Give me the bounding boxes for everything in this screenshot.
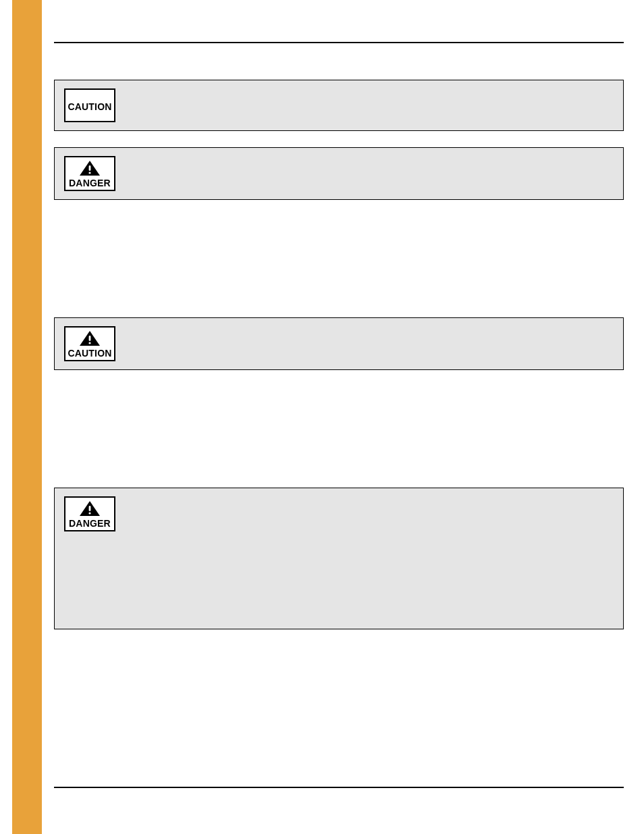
- svg-point-2: [88, 342, 90, 344]
- danger-label-text-1: DANGER: [69, 178, 111, 188]
- danger-icon-frame-2: DANGER: [64, 496, 115, 531]
- svg-rect-3: [89, 336, 91, 341]
- caution-icon-frame: CAUTION: [64, 326, 115, 361]
- warning-stack: CAUTION DANGER: [42, 80, 624, 646]
- alert-triangle-icon: [79, 500, 101, 517]
- danger-box-2: DANGER: [54, 488, 624, 629]
- top-horizontal-rule: [54, 42, 624, 43]
- svg-point-4: [88, 512, 90, 514]
- alert-triangle-icon: [79, 160, 101, 176]
- text-gap-1: [42, 216, 624, 317]
- svg-rect-1: [89, 165, 91, 171]
- caution-box-plain: CAUTION: [54, 80, 624, 131]
- caution-label-frame: CAUTION: [64, 88, 115, 122]
- alert-triangle-icon: [79, 330, 101, 346]
- caution-box-icon: CAUTION: [54, 317, 624, 370]
- svg-rect-5: [89, 506, 91, 511]
- danger-label-text-2: DANGER: [69, 518, 111, 529]
- svg-point-0: [88, 172, 90, 174]
- caution-icon-label-text: CAUTION: [68, 348, 111, 359]
- content-area: CAUTION DANGER: [42, 0, 624, 834]
- bottom-horizontal-rule: [54, 787, 624, 788]
- page: CAUTION DANGER: [0, 0, 644, 834]
- danger-icon-frame-1: DANGER: [64, 156, 115, 191]
- danger-box-1: DANGER: [54, 147, 624, 200]
- side-stripe: [12, 0, 42, 834]
- caution-label-text: CAUTION: [68, 101, 111, 112]
- text-gap-2: [42, 386, 624, 488]
